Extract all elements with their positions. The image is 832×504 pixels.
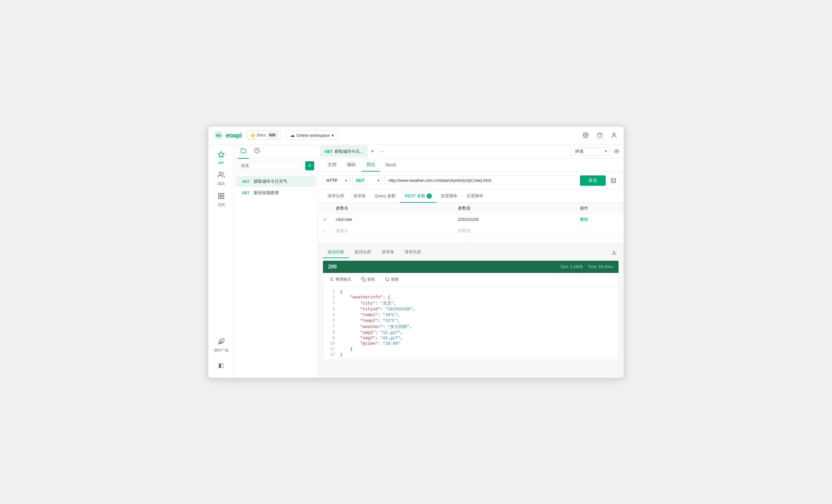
params-tab-request-header[interactable]: 请求头部 [323, 190, 349, 203]
params-tab-rest-label: REST 参数 [405, 193, 425, 199]
svg-point-6 [219, 172, 221, 174]
plugins-icon [218, 338, 225, 347]
method-select[interactable]: GET POST PUT DELETE [352, 176, 382, 185]
checkmark-icon: ✓ [323, 228, 327, 233]
space-icon [218, 192, 225, 201]
row-check: ✓ [323, 217, 336, 222]
rest-params-badge: 1 [426, 193, 432, 198]
user-button[interactable] [609, 131, 619, 140]
json-line: 10 "ptime": "18:00" [323, 341, 618, 346]
download-button[interactable] [609, 248, 619, 257]
active-api-tab[interactable]: GET 获取城市今日... [320, 145, 367, 157]
api-item-name: 新冠全国疫情 [254, 190, 279, 196]
json-line: 11 } [323, 346, 618, 352]
sidebar-space-label: 空间 [218, 203, 225, 207]
response-tab-req-body-label: 请求体 [382, 249, 394, 254]
sidebar-item-space[interactable]: 空间 [211, 190, 232, 210]
json-line: 3 "city": "北京", [323, 300, 618, 307]
tab-docs[interactable]: 文档 [323, 159, 341, 171]
app-window: eo eoapi ⭐ Stars 600 ☁ Online workspace … [208, 126, 624, 378]
svg-rect-10 [218, 196, 220, 198]
tab-test[interactable]: 测试 [362, 159, 380, 171]
response-tab-result[interactable]: 返回结果 [323, 246, 349, 258]
layout-toggle-button[interactable] [608, 176, 619, 186]
json-line: 12 } [323, 352, 618, 357]
response-tab-req-headers[interactable]: 请求头部 [400, 246, 426, 258]
send-button[interactable]: 发送 [580, 176, 606, 186]
env-preview-button[interactable] [612, 147, 621, 156]
sidebar-item-api[interactable]: API [211, 149, 232, 167]
sidebar-api-label: API [218, 161, 224, 165]
file-tab-files[interactable] [238, 144, 249, 159]
tab-bar: GET 获取城市今日... + ··· 环境 [318, 144, 624, 159]
delete-button[interactable]: 删除 [580, 217, 588, 222]
params-tab-query-label: Query 参数 [375, 193, 396, 199]
sidebar-item-plugins[interactable]: 插件广场 [211, 335, 232, 355]
help-button[interactable] [595, 131, 604, 140]
list-item[interactable]: GET 获取城市今日天气 [236, 176, 315, 187]
response-time: Time: 59.30ms [588, 265, 614, 269]
env-select-wrap: 环境 [571, 147, 609, 156]
workspace-chevron-icon: ▾ [332, 133, 334, 138]
params-tab-request-body[interactable]: 请求体 [349, 190, 370, 203]
logo: eo eoapi [213, 130, 242, 140]
file-panel-search: + [234, 159, 317, 173]
params-tab-post-script[interactable]: 后置脚本 [462, 190, 488, 203]
tab-edit[interactable]: 编辑 [342, 159, 360, 171]
response-tab-headers-label: 返回头部 [355, 249, 371, 254]
response-tab-req-body[interactable]: 请求体 [377, 246, 399, 258]
copy-button[interactable]: 复制 [359, 275, 378, 284]
param-value-citycode[interactable]: 101010100 [458, 217, 580, 222]
search-input[interactable] [237, 161, 303, 170]
cloud-icon: ☁ [290, 133, 295, 138]
sidebar-plugins-label: 插件广场 [214, 348, 228, 353]
svg-point-2 [585, 135, 587, 136]
param-name-placeholder[interactable]: 参数名 [336, 228, 458, 234]
status-bar: 200 Size: 0.16KB Time: 59.30ms [323, 261, 619, 273]
svg-line-24 [388, 280, 389, 281]
tab-add-button[interactable]: + [368, 147, 377, 156]
response-tab-result-label: 返回结果 [328, 249, 344, 254]
param-value-placeholder[interactable]: 参数值 [458, 228, 580, 234]
sidebar-bottom: ◧ [211, 356, 232, 374]
response-tab-headers[interactable]: 返回头部 [350, 246, 376, 258]
params-tab-pre-script[interactable]: 前置脚本 [436, 190, 462, 203]
col-action: 操作 [580, 205, 619, 211]
workspace-button[interactable]: ☁ Online workspace ▾ [286, 130, 338, 140]
params-tab-rest[interactable]: REST 参数 1 [400, 190, 436, 203]
github-badge[interactable]: ⭐ Stars 600 [247, 131, 281, 140]
main-content: GET 获取城市今日... + ··· 环境 [318, 144, 624, 378]
tab-more-button[interactable]: ··· [378, 147, 387, 156]
json-line: 2 "weatherinfo": { [323, 294, 618, 300]
file-tab-history[interactable] [252, 144, 262, 159]
param-name-citycode[interactable]: cityCode [336, 217, 458, 222]
logo-text: eoapi [226, 132, 242, 139]
add-api-button[interactable]: + [305, 161, 314, 170]
format-label: 整理格式 [336, 277, 351, 282]
tab-mock[interactable]: Mock [381, 159, 400, 171]
col-value: 参数值 [458, 205, 580, 211]
settings-button[interactable] [581, 131, 590, 140]
protocol-select[interactable]: HTTP HTTPS [323, 176, 350, 185]
sidebar-collapse-button[interactable]: ◧ [211, 359, 232, 371]
env-select[interactable]: 环境 [571, 147, 609, 156]
svg-text:eo: eo [216, 133, 221, 138]
json-viewer: 整理格式 复制 [323, 273, 619, 360]
collapse-icon: ◧ [218, 362, 224, 369]
sub-tabs: 文档 编辑 测试 Mock [318, 159, 624, 171]
url-input[interactable] [385, 176, 577, 185]
drag-indicator: · · · · [318, 237, 624, 243]
top-bar: eo eoapi ⭐ Stars 600 ☁ Online workspace … [208, 127, 624, 144]
search-json-button[interactable]: 搜索 [383, 275, 401, 284]
svg-point-14 [616, 151, 617, 152]
sidebar-item-members[interactable]: 成员 [211, 169, 232, 189]
api-item-name: 获取城市今日天气 [254, 179, 287, 184]
list-item[interactable]: GET 新冠全国疫情 [236, 187, 315, 198]
svg-point-23 [386, 278, 389, 281]
format-button[interactable]: 整理格式 [327, 275, 354, 284]
status-code: 200 [328, 264, 337, 270]
api-icon [218, 151, 225, 160]
params-tab-query[interactable]: Query 参数 [370, 190, 400, 203]
svg-rect-22 [363, 279, 365, 281]
top-bar-right [581, 131, 619, 140]
